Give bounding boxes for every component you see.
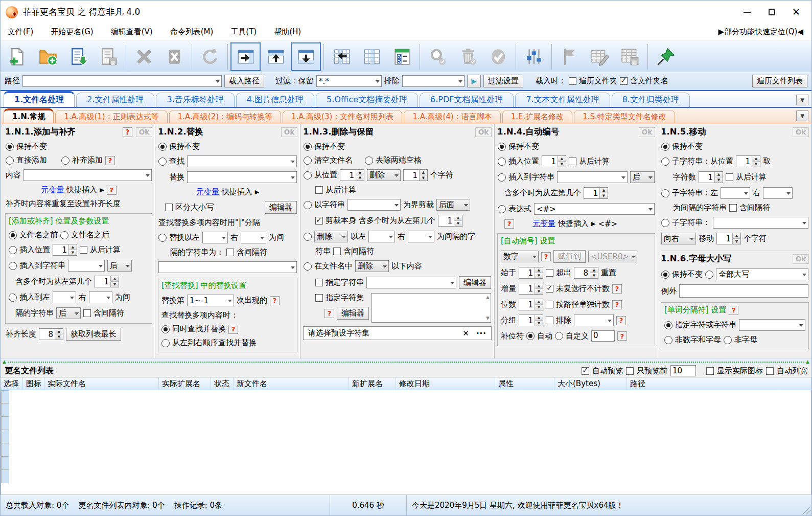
p4-digits-spinner[interactable]: 1▲▼ (519, 299, 543, 310)
column-header-path[interactable]: 路径 (627, 377, 811, 390)
chevron-down-icon[interactable] (392, 199, 400, 210)
chevron-down-icon[interactable] (606, 315, 613, 326)
p5-substr-between-radio[interactable] (661, 189, 669, 197)
p4-pad-auto-radio[interactable] (526, 332, 535, 340)
p6-non-alnum-radio[interactable] (664, 336, 672, 344)
chevron-down-icon[interactable] (688, 233, 695, 244)
check-options-button[interactable] (387, 42, 417, 71)
get-longest-button[interactable]: 获取列表最长 (66, 328, 121, 341)
chevron-down-icon[interactable] (646, 204, 654, 214)
include-folder-name-checkbox[interactable] (620, 77, 628, 85)
column-header-status[interactable]: 状态 (211, 377, 234, 390)
p1-multi-spinner[interactable]: 1▲▼ (95, 276, 119, 287)
menu-item-file[interactable]: 文件(F) (8, 27, 33, 37)
column-layout-button[interactable] (357, 42, 387, 71)
chevron-down-icon[interactable] (289, 172, 296, 183)
p3-multi-spinner[interactable]: 1▲▼ (438, 215, 462, 227)
delete-button[interactable] (129, 42, 159, 71)
chevron-down-icon[interactable] (392, 170, 400, 181)
p5-move-spinner[interactable]: 1▲▼ (716, 233, 741, 244)
p3-del-select3[interactable]: 删除 (355, 260, 389, 272)
p3-spec-string-checkbox[interactable] (315, 279, 323, 286)
column-header-size[interactable]: 大小(Bytes) (554, 377, 627, 390)
chevron-down-icon[interactable] (104, 292, 112, 303)
subtab-script[interactable]: 1.A.高级(4)：语言脚本 (404, 110, 500, 123)
chevron-down-icon[interactable] (462, 199, 470, 210)
p4-before-after-select[interactable]: 后 (630, 171, 655, 183)
pin-button[interactable] (651, 42, 681, 71)
horizontal-splitter[interactable]: ▲ ▲ (1, 358, 811, 365)
p2-right-combobox[interactable] (241, 232, 266, 243)
close-button[interactable]: ✕ (784, 4, 808, 21)
export-table-button[interactable] (615, 42, 645, 71)
p1-after-name-radio[interactable] (60, 231, 68, 239)
column-header-select[interactable]: 选择 (1, 377, 23, 390)
chevron-down-icon[interactable] (646, 172, 654, 183)
spin-up-icon[interactable]: ▲ (55, 329, 63, 334)
p2-incl-sep-checkbox[interactable] (226, 249, 234, 256)
spin-up-icon[interactable]: ▲ (111, 276, 119, 282)
p6-case-radio[interactable] (705, 271, 713, 279)
p2-keep-radio[interactable] (158, 143, 167, 151)
spin-down-icon[interactable]: ▼ (733, 239, 740, 244)
p1-right-combobox[interactable] (89, 291, 112, 303)
tab-music-tag[interactable]: 3.音乐标签处理 (156, 93, 234, 107)
chevron-down-icon[interactable] (68, 292, 76, 303)
chevron-down-icon[interactable] (220, 232, 227, 243)
p3-count-spinner[interactable]: 1▲▼ (403, 169, 428, 181)
clear-icon[interactable]: ✕ (462, 329, 469, 338)
spin-down-icon[interactable]: ▼ (55, 334, 63, 340)
edit-table-button[interactable] (585, 42, 615, 71)
p6-keep-radio[interactable] (661, 271, 669, 279)
arrow-right-icon[interactable]: ▶ (255, 189, 259, 195)
spin-down-icon[interactable]: ▼ (715, 177, 723, 183)
subtab-extension[interactable]: 1.E.扩展名修改 (502, 110, 573, 123)
p1-content-combobox[interactable] (24, 169, 152, 181)
chevron-down-icon[interactable] (340, 231, 347, 242)
help-button[interactable]: ? (270, 296, 280, 305)
p4-number-type-select[interactable]: 数字 (501, 251, 539, 262)
p3-keep-radio[interactable] (304, 143, 312, 151)
p3-between-radio[interactable] (304, 233, 312, 241)
p4-keep-radio[interactable] (498, 143, 506, 151)
spin-down-icon[interactable]: ▼ (590, 273, 598, 278)
p6-non-alpha-radio[interactable] (724, 336, 732, 344)
filter-combobox[interactable]: *.* (316, 75, 382, 87)
p3-left-combobox[interactable] (368, 231, 395, 242)
panel-down-toggle[interactable] (291, 42, 321, 71)
chevron-down-icon[interactable] (226, 295, 234, 306)
scroll-up-icon[interactable]: ▲ (486, 295, 490, 300)
ok-button[interactable]: Ok (793, 254, 809, 264)
chevron-down-icon[interactable] (97, 260, 104, 271)
spin-down-icon[interactable]: ▼ (535, 289, 543, 294)
new-file-button[interactable] (3, 42, 33, 71)
p3-spec-string-combobox[interactable] (366, 277, 456, 288)
p5-keep-radio[interactable] (661, 143, 669, 151)
column-header-new-name[interactable]: 新文件名 (234, 377, 349, 390)
subtab-compare-list[interactable]: 1.A.高级(3)：文件名对照列表 (283, 110, 402, 123)
more-icon[interactable]: ··· (476, 329, 486, 338)
menu-item-edit-view[interactable]: 编辑查看(V) (111, 27, 153, 37)
p1-pos-spinner[interactable]: 1▲▼ (53, 244, 77, 256)
p2-replace-combobox[interactable] (187, 171, 297, 183)
p4-insert-str-radio[interactable] (498, 173, 506, 182)
spin-down-icon[interactable]: ▼ (600, 193, 608, 198)
spin-up-icon[interactable]: ▲ (558, 156, 566, 162)
menu-item-start-rename[interactable]: 开始更名(G) (51, 27, 93, 37)
p4-pad-custom-radio[interactable] (555, 332, 563, 340)
chevron-down-icon[interactable] (800, 269, 808, 280)
spin-up-icon[interactable]: ▲ (420, 170, 427, 175)
main-tabs-dropdown-button[interactable]: ▼ (796, 95, 808, 105)
spin-down-icon[interactable]: ▼ (111, 282, 119, 287)
help-button[interactable]: ? (324, 309, 334, 318)
column-header-icon[interactable]: 图标 (23, 377, 44, 390)
spin-up-icon[interactable]: ▲ (69, 244, 77, 250)
column-header-actual-name[interactable]: 实际文件名 (44, 377, 159, 390)
p5-incl-sep-checkbox[interactable] (729, 204, 737, 212)
subtab-regex[interactable]: 1.A.高级(1)：正则表达式等 (55, 110, 167, 123)
p4-expression-radio[interactable] (498, 205, 506, 213)
p5-direction-select[interactable]: 向右 (661, 233, 696, 244)
p4-exclude-combobox[interactable] (574, 315, 614, 326)
spin-up-icon[interactable]: ▲ (600, 188, 608, 193)
tab-file-classify[interactable]: 8.文件归类处理 (612, 93, 690, 107)
